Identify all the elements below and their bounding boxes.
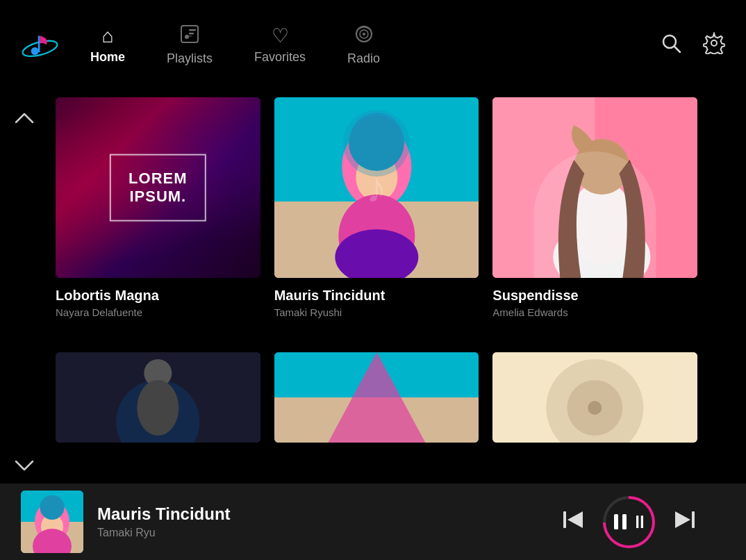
nav-item-radio[interactable]: Radio bbox=[347, 24, 380, 66]
svg-rect-7 bbox=[189, 35, 192, 37]
music-card-5[interactable] bbox=[274, 352, 479, 477]
card-image-2: H bbox=[274, 97, 479, 278]
nav-radio-label: Radio bbox=[347, 51, 380, 66]
svg-marker-47 bbox=[567, 511, 583, 528]
card-title-1: Lobortis Magna bbox=[56, 288, 260, 304]
svg-point-31 bbox=[137, 380, 179, 436]
svg-rect-5 bbox=[189, 29, 196, 31]
svg-point-25 bbox=[554, 222, 651, 278]
nav-favorites-label: Favorites bbox=[254, 50, 306, 65]
navbar: ⌂ Home Playlists ♡ Favorites bbox=[0, 0, 746, 90]
card-subtitle-2: Tamaki Ryushi bbox=[274, 306, 479, 318]
svg-point-14 bbox=[711, 40, 717, 46]
svg-point-38 bbox=[588, 401, 602, 415]
card-subtitle-3: Amelia Edwards bbox=[492, 306, 697, 318]
music-card-6[interactable] bbox=[492, 352, 697, 477]
music-card-2[interactable]: H Mauris Tincidunt Tamaki Ryushi bbox=[274, 97, 479, 352]
svg-point-20 bbox=[356, 153, 397, 201]
music-card-3[interactable]: Suspendisse Amelia Edwards bbox=[492, 97, 697, 352]
nav-item-favorites[interactable]: ♡ Favorites bbox=[254, 26, 306, 65]
home-icon: ⌂ bbox=[102, 26, 114, 46]
player-info: Mauris Tincidunt Tamaki Ryu bbox=[97, 504, 561, 539]
svg-rect-50 bbox=[692, 511, 695, 528]
pause-button[interactable] bbox=[603, 496, 655, 548]
svg-point-1 bbox=[31, 47, 39, 55]
svg-point-11 bbox=[363, 33, 365, 35]
player-controls bbox=[561, 496, 697, 548]
svg-line-13 bbox=[674, 47, 680, 52]
nav-home-label: Home bbox=[90, 50, 125, 65]
nav-item-home[interactable]: ⌂ Home bbox=[90, 26, 125, 65]
svg-marker-51 bbox=[675, 511, 690, 528]
player-bar: H Mauris Tincidunt Tamaki Ryu bbox=[0, 484, 746, 560]
card-image-5 bbox=[274, 352, 479, 443]
svg-rect-2 bbox=[38, 36, 40, 53]
svg-rect-48 bbox=[614, 514, 618, 529]
music-card-4[interactable] bbox=[56, 352, 260, 477]
lorem-box: LOREM IPSUM. bbox=[110, 154, 206, 222]
nav-playlists-label: Playlists bbox=[167, 51, 213, 66]
svg-rect-49 bbox=[622, 514, 627, 529]
svg-rect-6 bbox=[189, 33, 194, 35]
radio-icon bbox=[354, 24, 374, 47]
nav-items: ⌂ Home Playlists ♡ Favorites bbox=[90, 24, 660, 66]
lorem-line2: IPSUM. bbox=[129, 188, 187, 206]
svg-point-19 bbox=[342, 125, 411, 208]
svg-text:H: H bbox=[49, 503, 56, 514]
main-content: LOREM IPSUM. Lobortis Magna Nayara Delaf… bbox=[0, 90, 746, 484]
search-button[interactable] bbox=[660, 32, 682, 59]
card-image-4 bbox=[56, 352, 260, 443]
svg-rect-24 bbox=[492, 97, 595, 278]
player-thumbnail: H bbox=[21, 491, 83, 553]
playlists-icon bbox=[180, 24, 199, 47]
svg-text:H: H bbox=[371, 131, 382, 148]
player-track-title: Mauris Tincidunt bbox=[97, 504, 561, 524]
card-image-1: LOREM IPSUM. bbox=[56, 97, 260, 278]
svg-point-26 bbox=[571, 181, 633, 264]
player-track-artist: Tamaki Ryu bbox=[97, 527, 561, 539]
card-title-2: Mauris Tincidunt bbox=[274, 288, 479, 304]
card-image-3 bbox=[492, 97, 697, 278]
card-title-3: Suspendisse bbox=[492, 288, 697, 304]
music-card-1[interactable]: LOREM IPSUM. Lobortis Magna Nayara Delaf… bbox=[56, 97, 260, 352]
card-subtitle-1: Nayara Delafuente bbox=[56, 306, 260, 318]
app-logo bbox=[21, 24, 63, 66]
prev-button[interactable] bbox=[561, 507, 586, 537]
scroll-down-button[interactable] bbox=[14, 459, 35, 477]
cards-grid: LOREM IPSUM. Lobortis Magna Nayara Delaf… bbox=[0, 90, 746, 484]
lorem-line1: LOREM bbox=[129, 170, 187, 188]
card-image-6 bbox=[492, 352, 697, 443]
svg-point-17 bbox=[350, 113, 403, 165]
next-button[interactable] bbox=[672, 507, 697, 537]
scroll-up-button[interactable] bbox=[14, 111, 35, 129]
settings-button[interactable] bbox=[703, 32, 725, 59]
nav-item-playlists[interactable]: Playlists bbox=[167, 24, 213, 66]
nav-actions bbox=[660, 32, 725, 59]
favorites-icon: ♡ bbox=[272, 26, 289, 46]
svg-rect-46 bbox=[563, 511, 566, 528]
